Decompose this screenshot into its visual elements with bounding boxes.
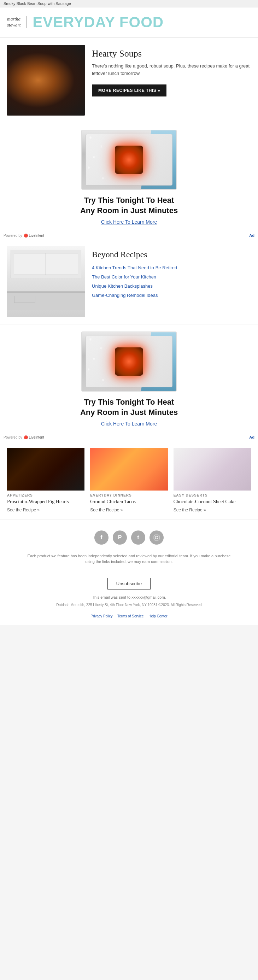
recipe-grid: APPETIZERS Prosciutto-Wrapped Fig Hearts… [7, 448, 251, 512]
email-header: martha stewart EVERYDAY FOOD [0, 8, 258, 38]
list-item[interactable]: The Best Color for Your Kitchen [92, 274, 251, 280]
hero-image [7, 45, 85, 116]
recipe-link-2[interactable]: See the Recipe » [90, 508, 167, 512]
list-item[interactable]: Game-Changing Remodel Ideas [92, 292, 251, 298]
ad-learn-more-link-2[interactable]: Click Here To Learn More [7, 421, 251, 426]
svg-point-2 [158, 535, 158, 536]
recipe-thumb-tacos [90, 448, 167, 490]
beyond-link-1[interactable]: 4 Kitchen Trends That Need to Be Retired [92, 265, 177, 270]
recipe-link-3[interactable]: See the Recipe » [174, 508, 251, 512]
beyond-links-list: 4 Kitchen Trends That Need to Be Retired… [92, 264, 251, 298]
beyond-link-3[interactable]: Unique Kitchen Backsplashes [92, 283, 153, 289]
hero-title: Hearty Soups [92, 48, 251, 59]
recipe-grid-section: APPETIZERS Prosciutto-Wrapped Fig Hearts… [0, 441, 258, 519]
recipe-thumb-fig [7, 448, 84, 490]
social-icons: f P t [7, 530, 251, 545]
beyond-link-2[interactable]: The Best Color for Your Kitchen [92, 274, 156, 280]
ad-badge-1: Ad [249, 233, 255, 237]
list-item[interactable]: 4 Kitchen Trends That Need to Be Retired [92, 264, 251, 271]
liveintent-logo-1: 🔴 LiveIntent [24, 234, 44, 237]
powered-by-bar-2: Powered by 🔴 LiveIntent Ad [0, 434, 258, 441]
magazine-title: EVERYDAY FOOD [32, 14, 164, 31]
footer-links: Privacy Policy | Terms of Service | Help… [7, 614, 251, 618]
recipe-card-3: EASY DESSERTS Chocolate-Coconut Sheet Ca… [174, 448, 251, 512]
footer-email: This email was sent to xxxxxx@gmail.com. [7, 595, 251, 600]
help-link[interactable]: Help Center [148, 614, 167, 618]
recipe-thumb-cake [174, 448, 251, 490]
hero-text: Hearty Soups There's nothing like a good… [92, 45, 251, 116]
ad-section-2: ❄ ❄ ❄ ❄ ❄ Try This Tonight To Heat Any R… [0, 324, 258, 434]
terms-link[interactable]: Terms of Service [117, 614, 143, 618]
instagram-icon[interactable] [150, 530, 164, 545]
recipe-card-1: APPETIZERS Prosciutto-Wrapped Fig Hearts… [7, 448, 84, 512]
footer-disclaimer: Each product we feature has been indepen… [27, 553, 231, 565]
list-item[interactable]: Unique Kitchen Backsplashes [92, 283, 251, 289]
powered-by-bar-1: Powered by 🔴 LiveIntent Ad [0, 232, 258, 239]
kitchen-image [7, 246, 85, 317]
twitter-icon[interactable]: t [131, 530, 145, 545]
svg-rect-0 [154, 535, 159, 540]
more-recipes-button[interactable]: MORE RECIPES LIKE THIS » [92, 84, 166, 97]
heater-image [86, 134, 172, 186]
recipe-name-3: Chocolate-Coconut Sheet Cake [174, 499, 251, 505]
ad-learn-more-link-1[interactable]: Click Here To Learn More [7, 219, 251, 225]
ad-image-2: ❄ ❄ ❄ ❄ ❄ [81, 331, 177, 391]
privacy-policy-link[interactable]: Privacy Policy [91, 614, 112, 618]
ad-badge-2: Ad [249, 435, 255, 439]
pinterest-icon[interactable]: P [113, 530, 127, 545]
ad-image-1: ❄ ❄ ❄ ❄ ❄ [81, 130, 177, 190]
liveintent-logo-2: 🔴 LiveIntent [24, 435, 44, 439]
hero-description: There's nothing like a good, robust soup… [92, 62, 251, 77]
recipe-category-3: EASY DESSERTS [174, 493, 251, 497]
unsubscribe-button[interactable]: Unsubscribe [107, 578, 151, 590]
hero-section: Hearty Soups There's nothing like a good… [0, 38, 258, 123]
recipe-category-1: APPETIZERS [7, 493, 84, 497]
beyond-title: Beyond Recipes [92, 250, 251, 259]
recipe-category-2: EVERYDAY DINNERS [90, 493, 167, 497]
recipe-card-2: EVERYDAY DINNERS Ground Chicken Tacos Se… [90, 448, 167, 512]
ad-headline-2: Try This Tonight To Heat Any Room in Jus… [7, 397, 251, 417]
brand-name: martha stewart [7, 16, 27, 28]
ad-headline-1: Try This Tonight To Heat Any Room in Jus… [7, 196, 251, 216]
facebook-icon[interactable]: f [94, 530, 108, 545]
footer-address: Dotdash Meredith, 225 Liberty St, 4th Fl… [7, 602, 251, 608]
heater-image-2 [86, 336, 172, 387]
beyond-link-4[interactable]: Game-Changing Remodel Ideas [92, 293, 158, 298]
svg-point-1 [155, 536, 158, 539]
recipe-link-1[interactable]: See the Recipe » [7, 508, 84, 512]
tab-title: Smoky Black-Bean Soup with Sausage [3, 2, 71, 6]
ad-section-1: ❄ ❄ ❄ ❄ ❄ Try This Tonight To Heat Any R… [0, 123, 258, 232]
recipe-name-2: Ground Chicken Tacos [90, 499, 167, 505]
footer: f P t Each product we feature has been i… [0, 520, 258, 625]
recipe-name-1: Prosciutto-Wrapped Fig Hearts [7, 499, 84, 505]
beyond-section: Beyond Recipes 4 Kitchen Trends That Nee… [0, 239, 258, 324]
browser-tab: Smoky Black-Bean Soup with Sausage [0, 0, 258, 8]
beyond-text: Beyond Recipes 4 Kitchen Trends That Nee… [92, 246, 251, 317]
